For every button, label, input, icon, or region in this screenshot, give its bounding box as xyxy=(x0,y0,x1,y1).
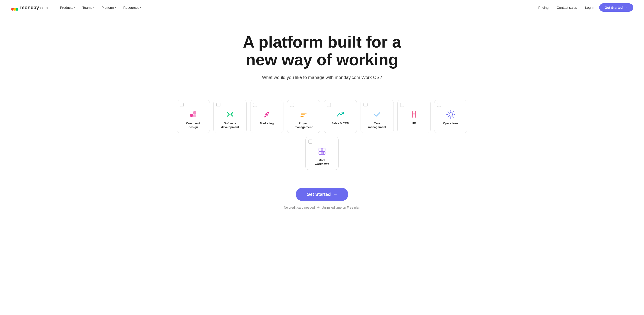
card-label-more: Moreworkflows xyxy=(309,158,335,166)
svg-line-21 xyxy=(448,117,449,117)
svg-line-19 xyxy=(453,117,454,117)
workflow-cards: Creative &design Softwaredevelopment Mar… xyxy=(165,89,479,179)
card-checkbox-more[interactable] xyxy=(308,140,312,144)
card-marketing[interactable]: Marketing xyxy=(250,100,284,133)
teams-chevron-icon: ▾ xyxy=(93,6,94,9)
card-checkbox-creative[interactable] xyxy=(180,103,184,107)
card-checkbox-operations[interactable] xyxy=(437,103,441,107)
hr-icon xyxy=(409,110,419,119)
card-checkbox-sales[interactable] xyxy=(327,103,331,107)
logo-suffix: .com xyxy=(39,6,48,10)
hero-section: A platform built for a new way of workin… xyxy=(0,15,644,89)
nav-contact-sales[interactable]: Contact sales xyxy=(554,4,580,11)
svg-line-6 xyxy=(266,114,267,115)
nav-get-started-button[interactable]: Get Started → xyxy=(599,3,633,12)
card-label-operations: Operations xyxy=(438,122,464,125)
card-label-marketing: Marketing xyxy=(254,122,280,125)
cta-separator: ✦ xyxy=(316,205,320,210)
card-creative-design[interactable]: Creative &design xyxy=(177,100,210,133)
card-hr[interactable]: HR xyxy=(397,100,430,133)
svg-rect-23 xyxy=(322,148,325,151)
card-more-workflows[interactable]: Moreworkflows xyxy=(306,137,338,170)
sales-icon xyxy=(336,110,345,119)
nav-resources[interactable]: Resources ▾ xyxy=(120,4,145,11)
card-checkbox-marketing[interactable] xyxy=(253,103,257,107)
card-label-task: Taskmanagement xyxy=(364,122,390,129)
creative-icon xyxy=(188,110,198,119)
hero-title: A platform built for a new way of workin… xyxy=(230,33,414,69)
card-sales-crm[interactable]: Sales & CRM xyxy=(324,100,357,133)
main-get-started-button[interactable]: Get Started → xyxy=(296,188,348,201)
svg-point-2 xyxy=(16,8,18,11)
svg-rect-22 xyxy=(319,148,322,151)
nav-pricing[interactable]: Pricing xyxy=(535,4,552,11)
card-checkbox-hr[interactable] xyxy=(400,103,404,107)
svg-rect-4 xyxy=(193,111,196,114)
card-label-creative: Creative &design xyxy=(180,122,206,129)
svg-rect-24 xyxy=(319,151,322,154)
logo[interactable]: monday.com xyxy=(11,4,48,12)
nav-products[interactable]: Products ▾ xyxy=(57,4,78,11)
card-label-sales: Sales & CRM xyxy=(328,122,353,125)
nav-teams[interactable]: Teams ▾ xyxy=(80,4,98,11)
nav-platform[interactable]: Platform ▾ xyxy=(98,4,119,11)
task-icon xyxy=(372,110,382,119)
nav-right: Pricing Contact sales Log in Get Started… xyxy=(535,3,633,12)
svg-line-18 xyxy=(448,112,449,112)
card-label-software: Softwaredevelopment xyxy=(217,122,243,129)
products-chevron-icon: ▾ xyxy=(74,6,75,9)
svg-point-13 xyxy=(449,113,452,116)
marketing-icon xyxy=(262,110,272,119)
card-checkbox-project[interactable] xyxy=(290,103,294,107)
card-label-project: Projectmanagement xyxy=(291,122,316,129)
nav-links: Products ▾ Teams ▾ Platform ▾ Resources … xyxy=(57,4,535,11)
project-icon xyxy=(299,110,308,119)
more-workflows-icon xyxy=(317,146,327,156)
platform-chevron-icon: ▾ xyxy=(115,6,116,9)
card-checkbox-software[interactable] xyxy=(216,103,220,107)
svg-rect-3 xyxy=(190,114,193,117)
hero-subtitle: What would you like to manage with monda… xyxy=(6,75,638,80)
card-label-hr: HR xyxy=(401,122,427,125)
nav-login[interactable]: Log in xyxy=(582,4,597,11)
cta-note: No credit card needed ✦ Unlimited time o… xyxy=(6,205,638,210)
software-icon xyxy=(225,110,235,119)
card-operations[interactable]: Operations xyxy=(434,100,467,133)
card-software-development[interactable]: Softwaredevelopment xyxy=(214,100,247,133)
cta-section: Get Started → No credit card needed ✦ Un… xyxy=(0,179,644,214)
operations-icon xyxy=(446,110,456,119)
navbar: monday.com Products ▾ Teams ▾ Platform ▾… xyxy=(0,0,644,15)
svg-line-20 xyxy=(453,112,454,112)
svg-rect-5 xyxy=(193,114,196,117)
resources-chevron-icon: ▾ xyxy=(140,6,141,9)
card-project-management[interactable]: Projectmanagement xyxy=(287,100,320,133)
logo-wordmark: monday.com xyxy=(20,5,48,11)
card-checkbox-task[interactable] xyxy=(364,103,368,107)
card-task-management[interactable]: Taskmanagement xyxy=(360,100,394,133)
